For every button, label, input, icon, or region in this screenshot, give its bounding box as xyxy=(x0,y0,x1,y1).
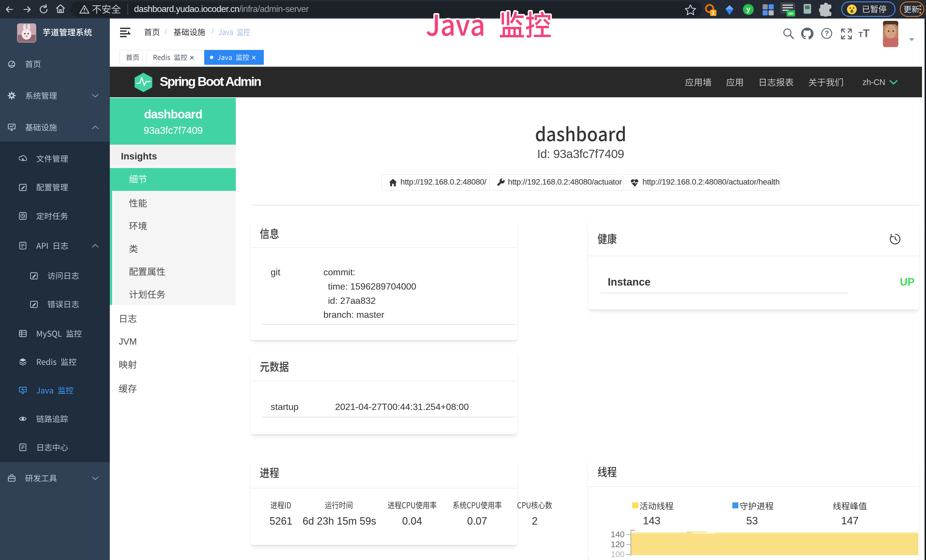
svg-text:1: 1 xyxy=(712,10,715,16)
svg-text:y: y xyxy=(746,5,750,14)
svg-text:on: on xyxy=(788,11,793,16)
svg-text:?: ? xyxy=(825,29,829,37)
